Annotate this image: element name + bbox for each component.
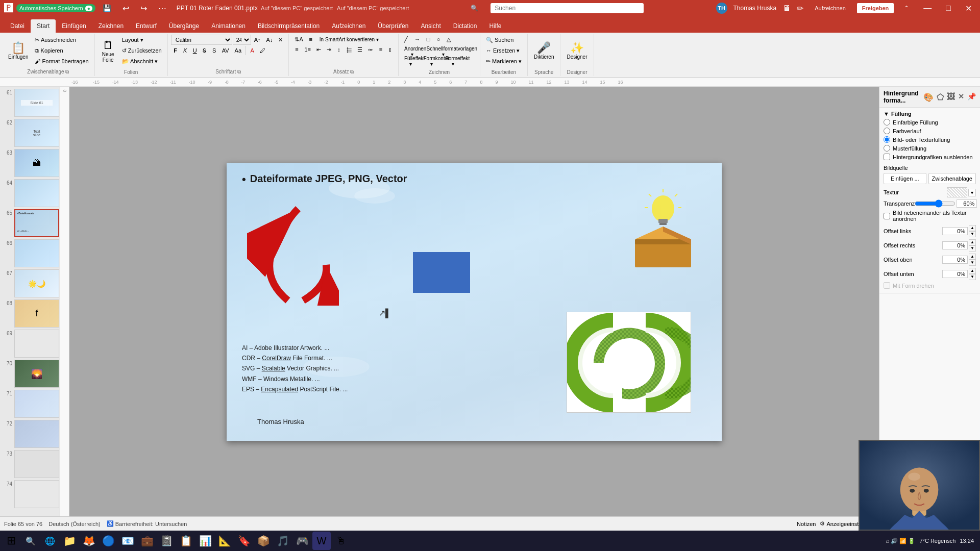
offset-rechts-input[interactable]	[942, 241, 968, 249]
slide-thumb-71[interactable]: 71	[2, 390, 58, 418]
radio-einfarbig-input[interactable]	[884, 119, 890, 126]
language-label[interactable]: Deutsch (Österreich)	[48, 521, 100, 527]
offset-unten-input[interactable]	[942, 270, 968, 278]
shape-arrow-button[interactable]: →	[412, 35, 423, 44]
formkontur-button[interactable]: Formkontur ▾	[421, 54, 442, 63]
offset-oben-down[interactable]: ▼	[969, 260, 976, 266]
taskbar-start-button[interactable]: ⊞	[2, 532, 20, 550]
char-spacing-button[interactable]: AV	[219, 46, 232, 55]
clear-format-button[interactable]: ✕	[276, 35, 285, 44]
slide-image-64[interactable]	[14, 179, 59, 207]
format-uebertragen-button[interactable]: 🖌 Format übertragen	[32, 56, 91, 66]
accessibility-label[interactable]: ♿ Barrierefreiheit: Untersuchen	[107, 520, 187, 527]
shape-line-button[interactable]: ╱	[402, 35, 411, 44]
shape-rect-button[interactable]: □	[424, 35, 433, 44]
slide-thumb-66[interactable]: 66	[2, 239, 58, 267]
suchen-button[interactable]: 🔍 Suchen	[483, 35, 524, 45]
slide-image-73[interactable]	[14, 450, 59, 478]
mit-form-checkbox[interactable]	[884, 282, 890, 289]
taskbar-onenote[interactable]: 📓	[157, 532, 176, 550]
tab-ansicht[interactable]: Ansicht	[414, 19, 447, 33]
bold-button[interactable]: F	[171, 46, 180, 55]
offset-links-down[interactable]: ▼	[969, 231, 976, 237]
tab-datei[interactable]: Datei	[4, 19, 31, 33]
taskbar-app3[interactable]: 📦	[254, 532, 273, 550]
taskbar-app5[interactable]: 🎮	[293, 532, 311, 550]
textur-dropdown-button[interactable]: ▾	[968, 189, 976, 196]
underline-button[interactable]: U	[190, 46, 200, 55]
slide-image-70[interactable]: 🌄	[14, 360, 59, 388]
radio-muster-input[interactable]	[884, 145, 890, 152]
tab-aufzeichnen[interactable]: Aufzeichnen	[326, 19, 372, 33]
radio-muster[interactable]: Musterfüllung	[884, 145, 976, 152]
decrease-font-button[interactable]: A↓	[264, 35, 276, 44]
panel-icon-shape[interactable]: ⬠	[937, 92, 944, 102]
slide-image-74[interactable]	[14, 480, 59, 508]
radio-bildtextur-input[interactable]	[884, 136, 890, 143]
slide-thumb-63[interactable]: 63 🏔	[2, 149, 58, 177]
taskbar-clipboard[interactable]: 📋	[177, 532, 195, 550]
slide-image-72[interactable]	[14, 420, 59, 448]
taskbar-search-button[interactable]: 🔍	[21, 532, 40, 550]
text-ausrichten-button[interactable]: ≡	[306, 35, 315, 44]
kopieren-button[interactable]: ⧉ Kopieren	[32, 45, 91, 56]
slide-image-61[interactable]: Slide 61	[14, 89, 59, 117]
tab-dictation[interactable]: Dictation	[447, 19, 483, 33]
arrange-button[interactable]: Anordnen ▾	[402, 44, 423, 54]
taskbar-task-view[interactable]: 🌐	[41, 532, 59, 550]
tab-einfuegen[interactable]: Einfügen	[56, 19, 92, 33]
einfuegen-btn[interactable]: Einfügen ...	[884, 173, 926, 184]
slide-image-68[interactable]: f	[14, 299, 59, 328]
schnellformatvorlagen-button[interactable]: Schnellformatvorlagen ▾	[424, 44, 463, 54]
offset-unten-up[interactable]: ▲	[969, 268, 976, 274]
align-right-button[interactable]: ⬰	[365, 45, 376, 54]
shape-triangle-button[interactable]: △	[444, 35, 453, 44]
zwischenablage-expand[interactable]: ⧉	[65, 69, 69, 74]
offset-unten-down[interactable]: ▼	[969, 274, 976, 280]
slide-image-69[interactable]	[14, 330, 59, 358]
slide-image-63[interactable]: 🏔	[14, 149, 59, 177]
offset-rechts-down[interactable]: ▼	[969, 245, 976, 252]
notizen-button[interactable]: Notizen	[797, 521, 816, 527]
radio-farbverlauf[interactable]: Farbverlauf	[884, 128, 976, 134]
taskbar-teams[interactable]: 💼	[138, 532, 156, 550]
slide-canvas[interactable]: • Dateiformate JPEG, PNG, Vector	[227, 163, 722, 441]
panel-close-icon[interactable]: ✕	[958, 92, 964, 102]
slide-image-62[interactable]: Textslide	[14, 119, 59, 147]
taskbar-chrome[interactable]: 🔵	[99, 532, 117, 550]
ribbon-collapse-button[interactable]: ⌃	[900, 0, 913, 16]
zwischenablage-btn[interactable]: Zwischenablage	[928, 173, 976, 184]
save-button[interactable]: 💾	[99, 0, 115, 16]
fuelleffekt-button[interactable]: Fülleffekt ▾	[402, 54, 420, 63]
font-case-button[interactable]: Aa	[232, 46, 244, 55]
taskbar-excel[interactable]: 📊	[196, 532, 214, 550]
slide-canvas-container[interactable]: • Dateiformate JPEG, PNG, Vector	[69, 87, 879, 516]
slide-thumb-62[interactable]: 62 Textslide	[2, 119, 58, 147]
close-button[interactable]: ✕	[961, 0, 976, 16]
diktieren-button[interactable]: 🎤 Diktieren	[531, 35, 557, 67]
tab-ueberpruefen[interactable]: Überprüfen	[372, 19, 414, 33]
shadow-button[interactable]: S	[210, 46, 219, 55]
designer-button[interactable]: ✨ Designer	[564, 35, 590, 67]
transparenz-slider[interactable]	[915, 199, 955, 208]
textur-preview[interactable]	[947, 187, 967, 197]
slide-thumb-64[interactable]: 64	[2, 179, 58, 207]
slide-image-65[interactable]: • Dateiformate AI – Adobe...	[14, 209, 59, 237]
zuruecksetzen-button[interactable]: ↺ Zurücksetzen	[119, 45, 164, 56]
checkbox-hintergrundgrafiken[interactable]: Hintergrundgrafiken ausblenden	[884, 154, 976, 160]
transparenz-input[interactable]	[957, 199, 977, 208]
blue-rectangle[interactable]	[413, 252, 470, 293]
einfuegen-button[interactable]: 📋 Einfügen	[5, 35, 31, 67]
slide-thumb-68[interactable]: 68 f	[2, 299, 58, 328]
italic-button[interactable]: K	[181, 46, 190, 55]
highlight-button[interactable]: 🖊	[257, 46, 268, 55]
tab-start[interactable]: Start	[31, 19, 56, 33]
tab-uebergaenge[interactable]: Übergänge	[163, 19, 205, 33]
taskbar-app2[interactable]: 🔖	[235, 532, 253, 550]
smartart-button[interactable]: In SmartArt konvertieren ▾	[316, 35, 382, 44]
slide-thumb-73[interactable]: 73	[2, 450, 58, 478]
search-input[interactable]	[491, 3, 644, 13]
taskbar-word[interactable]: W	[312, 532, 331, 550]
offset-rechts-up[interactable]: ▲	[969, 239, 976, 245]
align-center-button[interactable]: ☰	[355, 45, 365, 54]
